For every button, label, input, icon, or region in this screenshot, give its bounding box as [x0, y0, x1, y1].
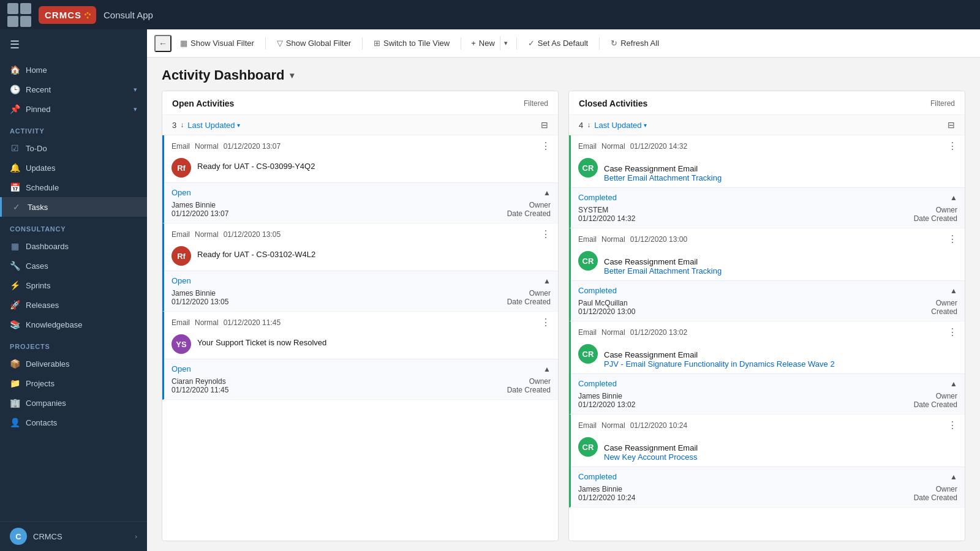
activity-status[interactable]: Completed	[578, 472, 617, 481]
activity-subject[interactable]: Case Reassignment Email	[604, 440, 698, 452]
sidebar-item-label: To-Do	[26, 144, 47, 153]
new-button[interactable]: + New	[466, 36, 500, 51]
sidebar-item-dashboards[interactable]: ▦ Dashboards	[0, 236, 147, 256]
activity-expanded: Completed ▲ James Binnie 01/12/2020 10:2…	[571, 467, 965, 507]
activity-meta: Email Normal 01/12/2020 13:07 ⋮	[164, 135, 558, 156]
show-visual-filter-button[interactable]: ▦ Show Visual Filter	[174, 36, 260, 51]
activity-priority: Normal	[601, 421, 625, 430]
sidebar-item-updates[interactable]: 🔔 Updates	[0, 158, 147, 178]
folder-icon: 📁	[10, 378, 20, 388]
app-grid-icon[interactable]	[7, 3, 31, 27]
more-options-icon[interactable]: ⋮	[948, 419, 957, 431]
show-global-filter-button[interactable]: ▽ Show Global Filter	[271, 36, 357, 51]
switch-tile-view-button[interactable]: ⊞ Switch to Tile View	[368, 36, 456, 51]
activity-subject[interactable]: Ready for UAT - CS-03099-Y4Q2	[197, 158, 315, 171]
more-options-icon[interactable]: ⋮	[948, 233, 957, 245]
sidebar-item-deliverables[interactable]: 📦 Deliverables	[0, 354, 147, 373]
sidebar-item-label: Deliverables	[26, 359, 70, 369]
avatar: CR	[578, 344, 598, 364]
sidebar-item-todo[interactable]: ☑ To-Do	[0, 138, 147, 158]
activity-subject[interactable]: Ready for UAT - CS-03102-W4L2	[197, 246, 315, 259]
collapse-icon[interactable]: ▲	[543, 365, 551, 373]
sidebar-item-cases[interactable]: 🔧 Cases	[0, 256, 147, 276]
book-icon: 📚	[10, 320, 20, 329]
collapse-icon[interactable]: ▲	[543, 189, 551, 197]
activity-subject[interactable]: Case Reassignment Email	[604, 347, 835, 359]
sidebar-item-label: Companies	[26, 399, 66, 408]
sidebar-item-sprints[interactable]: ⚡ Sprints	[0, 276, 147, 295]
activity-expanded-header: Open ▲	[172, 188, 551, 197]
collapse-icon[interactable]: ▲	[950, 193, 957, 202]
open-count: 3	[172, 121, 176, 130]
activity-detail-right: Owner Date Created	[914, 485, 957, 502]
list-item: Email Normal 01/12/2020 11:45 ⋮ YS Your …	[162, 312, 558, 400]
sidebar-item-label: Releases	[26, 301, 59, 310]
chevron-right-icon: ›	[135, 533, 137, 540]
collapse-icon[interactable]: ▲	[950, 287, 957, 295]
activity-time: 01/12/2020 13:02	[630, 328, 687, 337]
closed-filtered-badge: Filtered	[930, 99, 955, 108]
more-options-icon[interactable]: ⋮	[541, 140, 551, 152]
sidebar-item-contacts[interactable]: 👤 Contacts	[0, 413, 147, 432]
activity-status[interactable]: Open	[172, 188, 191, 197]
sort-arrow-icon[interactable]: ↓	[587, 121, 590, 129]
title-dropdown-icon[interactable]: ▾	[290, 70, 294, 80]
username: CRMCS	[33, 532, 62, 541]
activity-expanded: Open ▲ Ciaran Reynolds 01/12/2020 11:45 …	[164, 359, 558, 399]
sidebar-item-projects[interactable]: 📁 Projects	[0, 373, 147, 393]
activity-subject[interactable]: Case Reassignment Email	[604, 253, 722, 266]
wrench-icon: 🔧	[10, 261, 20, 271]
collapse-icon[interactable]: ▲	[543, 277, 551, 285]
sort-chevron-icon: ▾	[237, 122, 240, 129]
activity-type: Email	[578, 235, 597, 244]
refresh-all-button[interactable]: ↻ Refresh All	[605, 36, 665, 51]
sidebar-item-pinned[interactable]: 📌 Pinned ▾	[0, 99, 147, 119]
activity-status[interactable]: Completed	[578, 286, 617, 295]
activity-subject[interactable]: Case Reassignment Email	[604, 160, 722, 173]
activity-detail-right: Owner Date Created	[914, 206, 957, 223]
sidebar-item-home[interactable]: 🏠 Home	[0, 60, 147, 80]
activity-link[interactable]: PJV - Email Signature Functionality in D…	[604, 359, 835, 369]
more-options-icon[interactable]: ⋮	[541, 317, 551, 328]
open-sort-label[interactable]: Last Updated ▾	[187, 121, 239, 130]
logo[interactable]: CRMCS ·:·	[39, 6, 96, 24]
activity-subject[interactable]: Your Support Ticket is now Resolved	[197, 334, 326, 347]
sidebar-item-schedule[interactable]: 📅 Schedule	[0, 178, 147, 197]
sidebar-item-recent[interactable]: 🕒 Recent ▾	[0, 80, 147, 99]
activity-status[interactable]: Completed	[578, 379, 617, 388]
activity-expanded-header: Completed ▲	[578, 472, 957, 481]
activity-expanded-header: Completed ▲	[578, 379, 957, 388]
activity-body: CR Case Reassignment Email PJV - Email S…	[571, 342, 965, 373]
sidebar-item-companies[interactable]: 🏢 Companies	[0, 393, 147, 413]
activity-status[interactable]: Open	[172, 364, 191, 373]
collapse-icon[interactable]: ▲	[950, 380, 957, 388]
hamburger-menu[interactable]: ☰	[0, 29, 147, 60]
activity-link[interactable]: Better Email Attachment Tracking	[604, 266, 722, 276]
activity-status[interactable]: Open	[172, 276, 191, 285]
activity-detail-row: James Binnie 01/12/2020 13:07 Owner Date…	[172, 201, 551, 218]
set-as-default-button[interactable]: ✓ Set As Default	[522, 36, 594, 51]
collapse-icon[interactable]: ▲	[950, 473, 957, 481]
activity-link[interactable]: New Key Account Process	[604, 452, 697, 462]
more-options-icon[interactable]: ⋮	[948, 140, 957, 152]
closed-sort-label[interactable]: Last Updated ▾	[594, 121, 646, 130]
new-dropdown-button[interactable]: ▾	[500, 36, 511, 50]
avatar: YS	[172, 334, 191, 354]
sidebar-item-releases[interactable]: 🚀 Releases	[0, 295, 147, 315]
view-toggle-icon[interactable]: ⊟	[541, 120, 548, 130]
back-button[interactable]: ←	[154, 35, 172, 52]
section-header-activity: Activity	[0, 119, 147, 138]
view-toggle-icon[interactable]: ⊟	[948, 120, 955, 130]
user-profile[interactable]: C CRMCS ›	[0, 521, 147, 551]
activity-status[interactable]: Completed	[578, 193, 617, 202]
sidebar-item-knowledgebase[interactable]: 📚 Knowledgebase	[0, 315, 147, 334]
sort-arrow-icon[interactable]: ↓	[180, 121, 184, 129]
activity-link[interactable]: Better Email Attachment Tracking	[604, 173, 722, 182]
more-options-icon[interactable]: ⋮	[541, 228, 551, 240]
more-options-icon[interactable]: ⋮	[948, 326, 957, 338]
refresh-icon: ↻	[611, 39, 617, 48]
page-title-bar: Activity Dashboard ▾	[147, 58, 980, 91]
activity-type: Email	[172, 230, 190, 239]
activity-body: CR Case Reassignment Email Better Email …	[571, 249, 965, 280]
sidebar-item-tasks[interactable]: ✓ Tasks	[0, 197, 147, 217]
